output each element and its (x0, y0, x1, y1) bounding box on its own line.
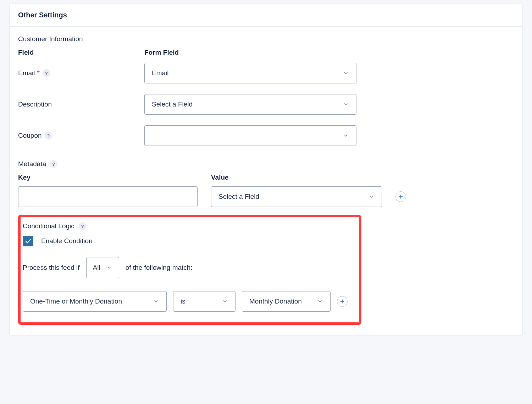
condition-value-select[interactable]: Monthly Donation (242, 291, 331, 312)
value-header: Value (211, 174, 229, 181)
email-label-text: Email (18, 69, 35, 77)
help-icon[interactable]: ? (79, 222, 87, 230)
conditional-logic-heading-text: Conditional Logic (23, 222, 74, 230)
condition-rule-row: One-Time or Monthly Donation is Monthly … (23, 291, 355, 312)
chevron-down-icon (343, 70, 349, 76)
customer-information-heading: Customer Information (18, 35, 514, 43)
coupon-label: Coupon ? (18, 132, 144, 140)
enable-condition-checkbox[interactable] (23, 236, 33, 246)
help-icon[interactable]: ? (45, 132, 52, 140)
add-condition-button[interactable] (337, 296, 348, 307)
chevron-down-icon (317, 298, 323, 305)
panel-title: Other Settings (10, 4, 522, 27)
field-column-headers: Field Form Field (18, 49, 514, 56)
description-label: Description (18, 100, 144, 108)
email-form-field-select[interactable]: Email (144, 63, 356, 83)
chevron-down-icon (343, 101, 349, 108)
coupon-form-field-select[interactable] (144, 125, 356, 146)
key-header: Key (18, 174, 211, 181)
description-row: Description Select a Field (18, 94, 514, 115)
condition-value-text: Monthly Donation (249, 297, 317, 305)
other-settings-panel: Other Settings Customer Information Fiel… (9, 4, 523, 336)
metadata-value-selected: Select a Field (218, 193, 368, 201)
conditional-logic-heading: Conditional Logic ? (23, 222, 355, 230)
metadata-key-input[interactable] (18, 186, 198, 207)
description-form-field-select[interactable]: Select a Field (144, 94, 356, 115)
panel-body: Customer Information Field Form Field Em… (10, 27, 522, 335)
coupon-label-text: Coupon (18, 132, 42, 140)
chevron-down-icon (222, 298, 228, 305)
help-icon[interactable]: ? (43, 69, 50, 77)
email-row: Email * ? Email (18, 63, 514, 83)
required-indicator: * (37, 69, 40, 77)
help-icon[interactable]: ? (50, 160, 57, 168)
enable-condition-row: Enable Condition (23, 236, 355, 246)
condition-field-value: One-Time or Monthly Donation (30, 297, 153, 305)
email-form-field-value: Email (152, 69, 343, 77)
form-field-header: Form Field (144, 49, 179, 56)
metadata-heading-text: Metadata (18, 160, 46, 168)
match-mode-value: All (93, 264, 100, 272)
process-prefix-text: Process this feed if (23, 264, 80, 272)
match-mode-select[interactable]: All (86, 257, 119, 278)
chevron-down-icon (368, 193, 375, 200)
coupon-row: Coupon ? (18, 125, 514, 146)
conditional-logic-highlight: Conditional Logic ? Enable Condition Pro… (18, 215, 361, 325)
chevron-down-icon (106, 264, 112, 271)
condition-operator-value: is (181, 297, 222, 305)
field-header: Field (18, 49, 144, 56)
metadata-value-select[interactable]: Select a Field (211, 186, 382, 207)
process-suffix-text: of the following match: (126, 264, 193, 272)
email-label: Email * ? (18, 69, 144, 77)
chevron-down-icon (153, 298, 159, 305)
enable-condition-label: Enable Condition (41, 237, 93, 245)
metadata-row: Select a Field (18, 186, 514, 207)
condition-field-select[interactable]: One-Time or Monthly Donation (23, 291, 167, 312)
description-label-text: Description (18, 100, 52, 108)
chevron-down-icon (343, 132, 349, 139)
metadata-column-headers: Key Value (18, 174, 514, 181)
add-metadata-button[interactable] (395, 191, 406, 202)
condition-operator-select[interactable]: is (173, 291, 235, 312)
description-form-field-value: Select a Field (152, 100, 343, 108)
process-line: Process this feed if All of the followin… (23, 257, 355, 278)
metadata-heading: Metadata ? (18, 160, 514, 168)
